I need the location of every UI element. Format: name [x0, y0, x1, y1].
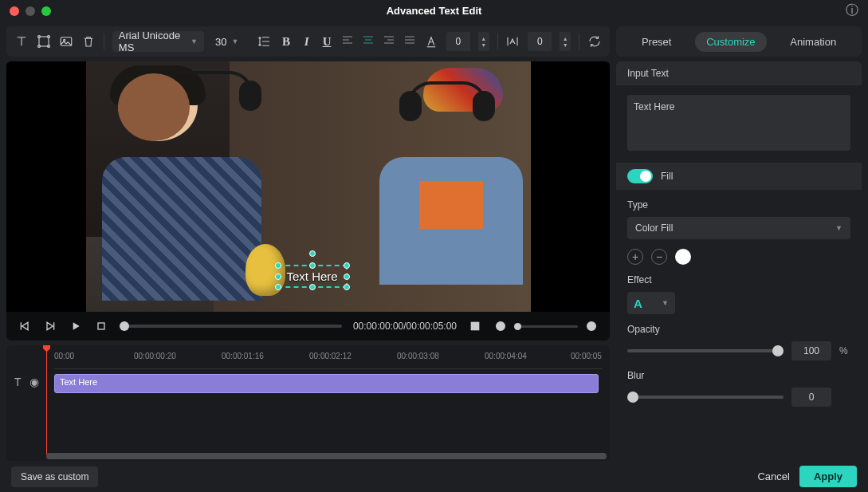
input-text-header: Input Text: [616, 61, 862, 85]
seek-bar[interactable]: [120, 325, 342, 328]
text-clip[interactable]: Text Here: [54, 374, 599, 393]
line-spacing-icon[interactable]: [257, 33, 272, 49]
chevron-down-icon: ▼: [190, 37, 198, 45]
resize-handle[interactable]: [275, 274, 281, 280]
leading-input[interactable]: [528, 32, 552, 51]
minimize-window[interactable]: [26, 6, 35, 16]
tab-animation[interactable]: Animation: [779, 32, 847, 52]
resize-handle[interactable]: [309, 262, 316, 269]
align-right-icon[interactable]: [383, 33, 395, 49]
play-icon[interactable]: [69, 319, 83, 333]
align-justify-icon[interactable]: [403, 33, 416, 49]
font-size-select[interactable]: 30▼: [212, 36, 242, 48]
rotate-handle[interactable]: [309, 250, 316, 257]
type-label: Type: [627, 199, 850, 211]
text-overlay-box[interactable]: Text Here: [277, 265, 348, 288]
resize-handle[interactable]: [344, 274, 350, 280]
blur-label: Blur: [627, 370, 850, 381]
crop-icon[interactable]: [468, 319, 482, 333]
italic-button[interactable]: I: [300, 35, 312, 49]
overlay-text: Text Here: [287, 270, 338, 283]
zoom-out-icon[interactable]: [493, 319, 508, 333]
blur-input[interactable]: [791, 388, 831, 407]
align-center-icon[interactable]: [362, 33, 375, 49]
text-tool-icon[interactable]: [14, 33, 29, 49]
resize-handle[interactable]: [275, 262, 281, 269]
resize-handle[interactable]: [275, 284, 281, 290]
timecode-display: 00:00:00:00/00:00:05:00: [353, 321, 457, 332]
delete-icon[interactable]: [81, 33, 96, 49]
chevron-down-icon: ▼: [662, 299, 669, 307]
close-window[interactable]: [10, 6, 19, 16]
tab-customize[interactable]: Customize: [695, 32, 766, 52]
text-input[interactable]: [627, 95, 850, 151]
preview-canvas[interactable]: Text Here: [6, 61, 610, 312]
zoom-slider[interactable]: [514, 325, 578, 328]
visibility-icon[interactable]: ◉: [29, 376, 39, 388]
tab-preset[interactable]: Preset: [630, 32, 683, 52]
next-frame-icon[interactable]: [43, 319, 57, 333]
resize-handle[interactable]: [309, 284, 316, 290]
image-icon[interactable]: [59, 33, 73, 49]
apply-button[interactable]: Apply: [799, 466, 857, 487]
prev-frame-icon[interactable]: [18, 319, 32, 333]
resize-handle[interactable]: [344, 284, 350, 290]
svg-rect-9: [471, 323, 478, 330]
effect-select[interactable]: A ▼: [627, 292, 675, 314]
chevron-down-icon: ▼: [231, 37, 238, 45]
blur-slider[interactable]: [627, 396, 784, 399]
chevron-down-icon: ▼: [835, 224, 842, 232]
underline-button[interactable]: U: [320, 35, 332, 49]
tracking-stepper[interactable]: ▲▼: [478, 32, 489, 51]
refresh-icon[interactable]: [587, 33, 602, 49]
char-spacing-icon[interactable]: [505, 33, 520, 49]
fill-label: Fill: [661, 171, 673, 182]
opacity-slider[interactable]: [627, 349, 784, 352]
tracking-input[interactable]: [446, 32, 470, 51]
fill-toggle[interactable]: [627, 169, 653, 183]
resize-handle[interactable]: [344, 262, 350, 269]
help-icon[interactable]: ⓘ: [846, 2, 858, 19]
svg-rect-8: [98, 323, 104, 329]
timeline-scrollbar[interactable]: [46, 453, 607, 459]
leading-stepper[interactable]: ▲▼: [560, 32, 571, 51]
save-as-custom-button[interactable]: Save as custom: [11, 466, 98, 487]
timeline-ruler[interactable]: 00:00 00:00:00:20 00:00:01:16 00:00:02:1…: [54, 350, 602, 369]
effect-label: Effect: [627, 274, 850, 285]
add-color-button[interactable]: +: [627, 249, 643, 265]
opacity-label: Opacity: [627, 324, 850, 335]
svg-rect-0: [39, 37, 49, 46]
text-color-icon[interactable]: [424, 33, 438, 49]
maximize-window[interactable]: [41, 6, 51, 16]
color-swatch[interactable]: [675, 249, 691, 265]
cancel-button[interactable]: Cancel: [757, 470, 789, 482]
text-toolbar: Arial Unicode MS▼ 30▼ B I U ▲▼ ▲▼: [6, 26, 610, 57]
remove-color-button[interactable]: −: [651, 249, 667, 265]
font-select[interactable]: Arial Unicode MS▼: [112, 31, 204, 52]
align-left-icon[interactable]: [341, 33, 354, 49]
fill-type-select[interactable]: Color Fill ▼: [627, 217, 850, 239]
zoom-in-icon[interactable]: [584, 319, 599, 333]
transform-icon[interactable]: [37, 33, 51, 49]
opacity-input[interactable]: [791, 341, 831, 360]
window-title: Advanced Text Edit: [0, 5, 868, 17]
stop-icon[interactable]: [94, 319, 108, 333]
bold-button[interactable]: B: [280, 35, 292, 49]
text-track-icon[interactable]: T: [14, 376, 22, 388]
video-frame: Text Here: [86, 61, 531, 312]
